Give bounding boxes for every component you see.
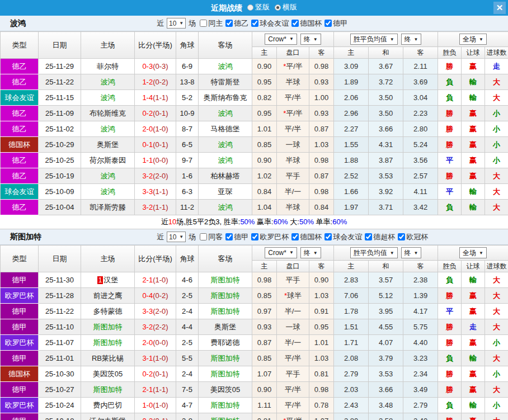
result-char: 赢 bbox=[469, 417, 477, 420]
result-char: 平 bbox=[446, 307, 453, 315]
league-checkbox-label[interactable]: 德国杯 bbox=[300, 19, 322, 27]
full-score: 2-0 bbox=[142, 125, 153, 133]
layout-radio-1[interactable] bbox=[275, 4, 281, 11]
result-cell: 勝 bbox=[438, 413, 462, 420]
league-checkbox-德国杯[interactable] bbox=[291, 233, 299, 240]
scope-select[interactable]: 全场▼ bbox=[459, 247, 487, 258]
home-team-cell: 斯图加特 bbox=[81, 319, 135, 335]
same-venue-label[interactable]: 同客 bbox=[208, 232, 223, 242]
league-filter-group: 德乙球会友谊德国杯德甲 bbox=[223, 18, 347, 29]
bookmaker-select[interactable]: Crow*▼ bbox=[265, 34, 297, 45]
col-corner-header: 角球 bbox=[176, 32, 199, 59]
scope-select-value: 全场 bbox=[463, 35, 476, 44]
handicap-result-cell: 赢 bbox=[462, 304, 485, 319]
scope-select[interactable]: 全场▼ bbox=[459, 34, 487, 45]
league-cell: 球会友谊 bbox=[1, 90, 39, 106]
match-count-select[interactable]: 10▼ bbox=[167, 232, 186, 242]
date-cell: 25-10-30 bbox=[39, 366, 81, 382]
league-checkbox-label[interactable]: 球会友谊 bbox=[333, 233, 362, 241]
europe-odds-cell: 1.71 bbox=[334, 335, 369, 351]
league-cell: 德乙 bbox=[1, 168, 39, 184]
handicap-odds-cell: *平/半 bbox=[277, 59, 309, 74]
bookmaker-select[interactable]: Crow*▼ bbox=[265, 247, 297, 258]
league-checkbox-label[interactable]: 欧冠杯 bbox=[406, 233, 428, 241]
league-checkbox-label[interactable]: 德甲 bbox=[333, 19, 347, 27]
europe-odds-cell: 2.40 bbox=[403, 413, 438, 420]
same-venue-checkbox[interactable] bbox=[200, 20, 207, 27]
europe-odds-select-value: 胜平负均值 bbox=[354, 35, 387, 44]
europe-odds-select[interactable]: 胜平负均值▼ bbox=[350, 34, 398, 45]
layout-radio-0[interactable] bbox=[247, 4, 253, 11]
league-filter-group: 德甲欧罗巴杯德国杯球会友谊德超杯欧冠杯 bbox=[223, 232, 428, 242]
league-checkbox-球会友谊[interactable] bbox=[324, 233, 332, 240]
league-checkbox-label[interactable]: 德乙 bbox=[234, 19, 248, 27]
final-europe-select[interactable]: 终▼ bbox=[401, 247, 422, 258]
match-count-select[interactable]: 10▼ bbox=[167, 18, 186, 29]
league-checkbox-球会友谊[interactable] bbox=[251, 20, 258, 27]
league-checkbox-label[interactable]: 欧罗巴杯 bbox=[260, 233, 289, 241]
score-cell: 1-1(0-0) bbox=[135, 153, 176, 168]
subheader-客: 客 bbox=[309, 261, 334, 272]
final-europe-select[interactable]: 终▼ bbox=[401, 34, 422, 45]
handicap-odds-cell: 1.03 bbox=[309, 137, 334, 153]
handicap-result-cell: 輸 bbox=[462, 351, 485, 366]
final-odds-select[interactable]: 终▼ bbox=[300, 34, 321, 45]
layout-radio-label[interactable]: 横版 bbox=[283, 2, 297, 12]
league-checkbox-欧罗巴杯[interactable] bbox=[251, 233, 258, 240]
home-team-name: 奥斯堡 bbox=[97, 140, 119, 149]
col-home-header: 主场 bbox=[81, 246, 135, 272]
handicap-odds-cell: 1.00 bbox=[309, 90, 334, 106]
handicap-odds-cell: 半球 bbox=[277, 153, 309, 168]
result-cell: 平 bbox=[438, 304, 462, 319]
same-venue-label[interactable]: 同主 bbox=[208, 18, 223, 29]
result-char: 負 bbox=[446, 78, 453, 86]
league-checkbox-德国杯[interactable] bbox=[291, 20, 299, 27]
away-team-name: 美因茨05 bbox=[210, 385, 240, 394]
away-team-name: 亚琛 bbox=[218, 187, 233, 196]
league-cell: 德甲 bbox=[1, 413, 39, 420]
league-checkbox-德乙[interactable] bbox=[225, 20, 233, 27]
half-score: (0-0) bbox=[153, 338, 168, 347]
full-score: 0-1 bbox=[142, 140, 153, 149]
league-cell: 球会友谊 bbox=[1, 184, 39, 200]
final-odds-select[interactable]: 终▼ bbox=[300, 247, 321, 258]
europe-odds-cell: 4.07 bbox=[369, 335, 403, 351]
goals-result-cell: 走 bbox=[485, 59, 508, 74]
result-char: 輸 bbox=[469, 354, 477, 362]
europe-odds-select[interactable]: 胜平负均值▼ bbox=[350, 247, 398, 258]
handicap-odds-cell: 0.85 bbox=[252, 351, 277, 366]
handicap-odds-cell: 0.84 bbox=[252, 184, 277, 200]
result-char: 大 bbox=[493, 276, 500, 284]
home-team-name: 斯图加特 bbox=[93, 323, 123, 331]
league-checkbox-label[interactable]: 球会友谊 bbox=[260, 19, 289, 27]
handicap-odds-cell: 平/半 bbox=[277, 398, 309, 413]
home-team-name: 波鸿 bbox=[101, 187, 115, 196]
league-checkbox-德甲[interactable] bbox=[324, 20, 332, 27]
close-button[interactable]: ✕ bbox=[493, 2, 506, 14]
match-row: 德国杯25-10-29奥斯堡0-1(0-1)6-5波鸿0.85一球1.031.5… bbox=[1, 137, 508, 153]
league-checkbox-德甲[interactable] bbox=[225, 233, 233, 240]
score-cell: 0-2(0-1) bbox=[135, 366, 176, 382]
result-char: 大 bbox=[493, 417, 500, 420]
layout-radio-label[interactable]: 竖版 bbox=[255, 2, 270, 12]
result-char: 大 bbox=[493, 187, 500, 196]
result-char: 負 bbox=[446, 354, 453, 362]
half-score: (1-0) bbox=[153, 354, 168, 362]
league-checkbox-label[interactable]: 德国杯 bbox=[300, 233, 322, 241]
handicap-odds-cell: 0.84 bbox=[309, 200, 334, 215]
home-team-cell: 布轮斯维克 bbox=[81, 106, 135, 121]
score-cell: 0-3(0-3) bbox=[135, 59, 176, 74]
league-checkbox-欧冠杯[interactable] bbox=[398, 233, 405, 240]
chevron-down-icon: ▼ bbox=[313, 251, 318, 256]
league-cell: 德国杯 bbox=[1, 137, 39, 153]
corner-cell: 7-5 bbox=[176, 382, 199, 398]
full-score: 3-1 bbox=[142, 354, 153, 362]
handicap-odds-cell: 平手 bbox=[277, 168, 309, 184]
result-cell: 平 bbox=[438, 153, 462, 168]
league-checkbox-label[interactable]: 德超杯 bbox=[373, 233, 395, 241]
handicap-odds-cell: 半/一 bbox=[277, 184, 309, 200]
league-checkbox-德超杯[interactable] bbox=[365, 233, 372, 240]
away-team-name: 特雷斯登 bbox=[211, 78, 240, 86]
league-checkbox-label[interactable]: 德甲 bbox=[234, 233, 248, 241]
same-venue-checkbox[interactable] bbox=[200, 233, 207, 240]
